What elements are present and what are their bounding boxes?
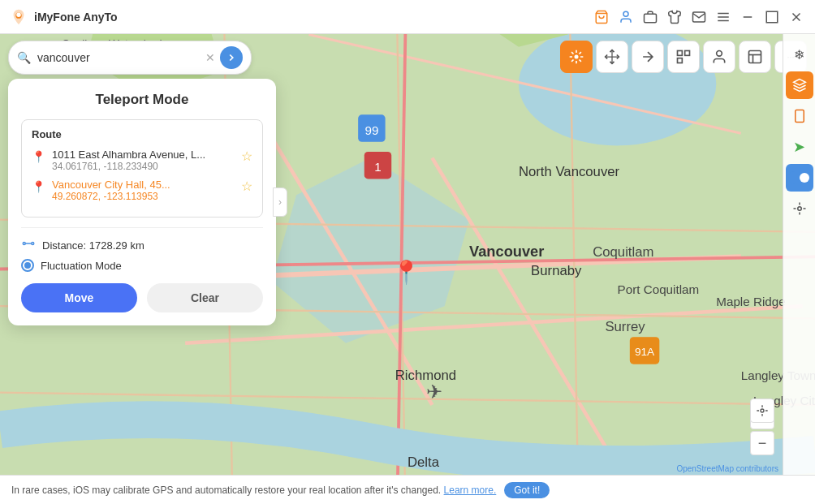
to-dot-icon: 📍: [32, 180, 45, 193]
fluctuation-mode-label: Fluctuation Mode: [41, 260, 122, 272]
svg-text:91A: 91A: [635, 346, 655, 358]
phone-icon[interactable]: [786, 102, 813, 130]
svg-text:Vancouver: Vancouver: [469, 243, 544, 260]
search-icon: 🔍: [17, 51, 31, 64]
radio-icon: [21, 259, 34, 272]
panel-title: Teleport Mode: [21, 92, 263, 108]
svg-rect-61: [749, 51, 761, 63]
titlebar: iMyFone AnyTo: [0, 0, 815, 34]
profile-icon[interactable]: [617, 8, 635, 26]
move-mode-btn[interactable]: [596, 41, 628, 73]
osm-attribution: OpenStreetMap contributors: [676, 464, 778, 473]
to-address: Vancouver City Hall, 45...: [52, 179, 236, 191]
teleport-mode-btn[interactable]: [560, 41, 593, 73]
snowflake-icon[interactable]: ❄: [786, 41, 813, 68]
menu-icon[interactable]: [714, 8, 732, 26]
route-mode-btn[interactable]: [632, 41, 664, 73]
svg-point-3: [623, 11, 628, 16]
close-btn[interactable]: [787, 8, 805, 26]
mail-icon[interactable]: [690, 8, 708, 26]
svg-rect-59: [678, 58, 683, 63]
distance-row: Distance: 1728.29 km: [21, 236, 263, 254]
multi-route-btn[interactable]: [667, 41, 700, 73]
radio-inner: [24, 262, 31, 269]
go-search-btn[interactable]: [220, 46, 243, 69]
app-icon: [10, 8, 28, 26]
from-star-btn[interactable]: ☆: [241, 149, 252, 164]
fluctuation-mode-row[interactable]: Fluctuation Mode: [21, 259, 263, 272]
teleport-panel: Teleport Mode Route 📍 1011 East Alhambra…: [8, 79, 276, 325]
person-mode-btn[interactable]: [703, 41, 735, 73]
clear-button[interactable]: Clear: [147, 283, 263, 312]
osm-link[interactable]: OpenStreetMap contributors: [676, 464, 778, 473]
action-buttons: Move Clear: [21, 283, 263, 312]
route-label: Route: [32, 128, 252, 140]
app-title: iMyFone AnyTo: [34, 11, 593, 24]
panel-divider: [21, 227, 263, 228]
green-arrow-icon[interactable]: ➤: [786, 133, 813, 161]
svg-text:Burnaby: Burnaby: [531, 263, 582, 278]
notification-text: In rare cases, iOS may calibrate GPS and…: [11, 485, 441, 496]
toggle-icon[interactable]: [786, 164, 813, 192]
to-route-item: 📍 Vancouver City Hall, 45... 49.260872, …: [32, 179, 252, 202]
layers-icon[interactable]: [786, 71, 813, 99]
location-btn[interactable]: [750, 398, 774, 423]
svg-marker-66: [793, 80, 805, 86]
svg-point-56: [575, 55, 579, 59]
svg-rect-67: [795, 110, 804, 123]
from-coords: 34.061761, -118.233490: [52, 161, 236, 172]
svg-rect-58: [685, 51, 690, 56]
svg-text:Port Coquitlam: Port Coquitlam: [618, 282, 700, 296]
top-toolbar: ···: [560, 41, 807, 73]
svg-point-72: [761, 409, 764, 412]
location-center-icon[interactable]: [786, 195, 813, 222]
maximize-btn[interactable]: [763, 8, 781, 26]
from-address: 1011 East Alhambra Avenue, L...: [52, 149, 236, 161]
right-sidebar: ❄ ➤: [783, 34, 815, 504]
notification-bar: In rare cases, iOS may calibrate GPS and…: [0, 475, 815, 504]
svg-point-70: [800, 173, 809, 183]
svg-point-60: [717, 51, 722, 57]
svg-rect-9: [766, 11, 778, 23]
clear-search-btn[interactable]: ✕: [205, 51, 215, 64]
distance-text: Distance: 1728.29 km: [42, 239, 144, 252]
search-bar: 🔍 ✕: [8, 41, 252, 75]
minimize-btn[interactable]: [739, 8, 757, 26]
svg-text:North Vancouver: North Vancouver: [519, 164, 620, 179]
to-coords: 49.260872, -123.113953: [52, 191, 236, 202]
svg-point-71: [797, 207, 801, 211]
svg-text:99: 99: [364, 123, 378, 137]
search-input[interactable]: [37, 51, 205, 64]
svg-text:✈: ✈: [426, 381, 442, 403]
map-pin: 📍: [392, 259, 420, 286]
collapse-handle[interactable]: ›: [273, 187, 287, 217]
from-route-item: 📍 1011 East Alhambra Avenue, L... 34.061…: [32, 149, 252, 172]
learn-more-link[interactable]: Learn more.: [444, 485, 497, 496]
zoom-out-btn[interactable]: −: [750, 431, 774, 455]
map-area[interactable]: Coquitlam Port Coquitlam Surrey Langley …: [0, 34, 815, 504]
title-controls: [593, 8, 805, 26]
svg-point-1: [16, 12, 21, 17]
from-dot-icon: 📍: [32, 150, 45, 163]
got-it-btn[interactable]: Got it!: [504, 482, 550, 498]
svg-text:1: 1: [374, 160, 381, 174]
move-button[interactable]: Move: [21, 283, 137, 312]
svg-rect-4: [645, 14, 657, 23]
bag-icon[interactable]: [641, 8, 659, 26]
svg-point-64: [23, 243, 25, 245]
svg-rect-57: [678, 51, 683, 56]
svg-text:Surrey: Surrey: [605, 319, 645, 334]
svg-text:Coquitlam: Coquitlam: [593, 244, 653, 260]
history-btn[interactable]: [739, 41, 771, 73]
to-star-btn[interactable]: ☆: [241, 179, 252, 194]
cart-icon[interactable]: [593, 8, 610, 26]
svg-point-65: [32, 243, 34, 245]
tshirt-icon[interactable]: [666, 8, 683, 26]
svg-text:Maple Ridge: Maple Ridge: [716, 295, 785, 308]
distance-icon: [21, 236, 36, 254]
route-box: Route 📍 1011 East Alhambra Avenue, L... …: [21, 119, 263, 218]
svg-text:Delta: Delta: [408, 454, 440, 470]
